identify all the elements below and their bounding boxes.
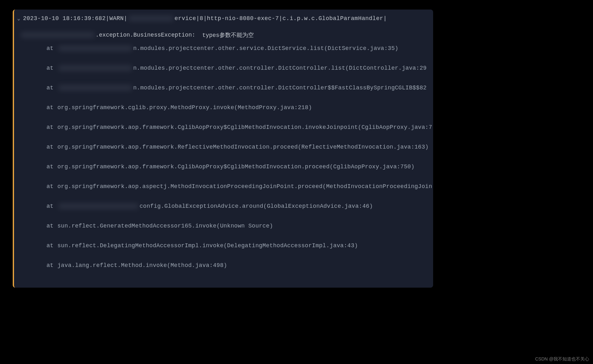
stack-at: at <box>46 104 54 111</box>
stack-text: n.modules.projectcenter.other.service.Di… <box>133 45 398 52</box>
stack-line: atorg.springframework.aop.framework.Refl… <box>20 144 427 150</box>
stack-line: atsun.reflect.GeneratedMethodAccessor165… <box>20 223 427 229</box>
stack-text: org.springframework.aop.framework.Reflec… <box>57 144 429 150</box>
stack-trace: atn.modules.projectcenter.other.service.… <box>20 45 427 269</box>
exception-message: types参数不能为空 <box>202 31 254 39</box>
redacted-block <box>21 32 94 38</box>
stack-at: at <box>46 45 54 52</box>
exception-class: .exception.BusinessException: <box>96 32 195 38</box>
redacted-block <box>59 85 132 91</box>
stack-text: sun.reflect.DelegatingMethodAccessorImpl… <box>57 242 358 249</box>
log-header-line[interactable]: ⌄ 2023-10-10 18:16:39:682|WARN| ervice|8… <box>14 15 433 22</box>
stack-text: n.modules.projectcenter.other.controller… <box>133 85 426 91</box>
redacted-block <box>59 65 132 71</box>
stack-text: org.springframework.aop.framework.CglibA… <box>57 124 432 130</box>
stack-at: at <box>46 124 54 130</box>
stack-at: at <box>46 262 54 269</box>
stack-text: config.GlobalExceptionAdvice.around(Glob… <box>139 203 373 209</box>
stack-at: at <box>46 85 54 91</box>
stack-text: java.lang.reflect.Method.invoke(Method.j… <box>57 262 227 269</box>
stack-at: at <box>46 144 54 150</box>
stack-line: atconfig.GlobalExceptionAdvice.around(Gl… <box>20 203 427 209</box>
log-viewer: ⌄ 2023-10-10 18:16:39:682|WARN| ervice|8… <box>13 10 433 288</box>
stack-at: at <box>46 203 54 209</box>
stack-line: atorg.springframework.cglib.proxy.Method… <box>20 104 427 111</box>
stack-line: atorg.springframework.aop.framework.Cgli… <box>20 164 427 170</box>
log-timestamp: 2023-10-10 18:16:39:682|WARN| <box>23 15 127 22</box>
redacted-block <box>59 46 132 51</box>
stack-line: atn.modules.projectcenter.other.controll… <box>20 85 427 91</box>
redacted-block <box>59 203 138 209</box>
chevron-down-icon[interactable]: ⌄ <box>17 15 20 22</box>
stack-at: at <box>46 242 54 249</box>
stack-text: sun.reflect.GeneratedMethodAccessor165.i… <box>57 223 273 229</box>
stack-at: at <box>46 65 54 71</box>
stack-at: at <box>46 183 54 190</box>
stack-line: atn.modules.projectcenter.other.controll… <box>20 65 427 71</box>
redacted-block <box>129 16 173 21</box>
stack-text: n.modules.projectcenter.other.controller… <box>133 65 426 71</box>
stack-line: atsun.reflect.DelegatingMethodAccessorIm… <box>20 242 427 249</box>
stack-line: atjava.lang.reflect.Method.invoke(Method… <box>20 262 427 269</box>
stack-line: atorg.springframework.aop.framework.Cgli… <box>20 124 427 130</box>
stack-text: org.springframework.aop.framework.CglibA… <box>57 164 414 170</box>
stack-line: atn.modules.projectcenter.other.service.… <box>20 45 427 52</box>
log-body: .exception.BusinessException: types参数不能为… <box>14 22 433 269</box>
stack-text: org.springframework.cglib.proxy.MethodPr… <box>57 104 312 111</box>
stack-line: atorg.springframework.aop.aspectj.Method… <box>20 183 427 190</box>
stack-at: at <box>46 223 54 229</box>
stack-text: org.springframework.aop.aspectj.MethodIn… <box>57 183 432 190</box>
log-source: ervice|8|http-nio-8080-exec-7|c.i.p.w.c.… <box>175 15 387 22</box>
exception-line: .exception.BusinessException: types参数不能为… <box>20 31 427 39</box>
stack-at: at <box>46 164 54 170</box>
